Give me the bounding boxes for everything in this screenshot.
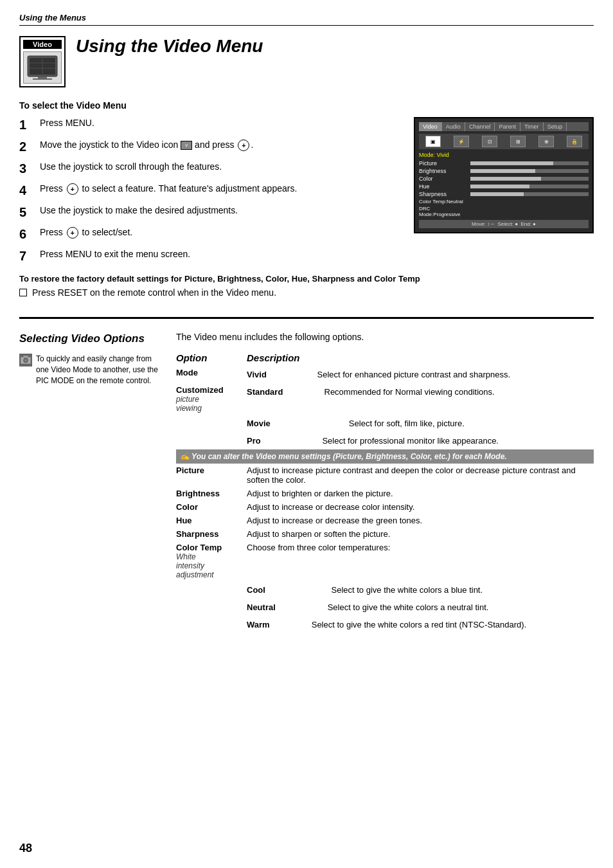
option-sub: intensity bbox=[176, 561, 242, 570]
value-cell: Cool bbox=[247, 583, 332, 597]
menu-label-brightness: Brightness bbox=[419, 168, 470, 174]
option-name: Customized bbox=[176, 385, 224, 395]
desc-cell: ProSelect for professional monitor like … bbox=[247, 432, 594, 449]
option-name: Brightness bbox=[176, 489, 220, 498]
menu-row-colortemp: Color Temp:Neutral bbox=[419, 199, 589, 204]
option-sub: viewing bbox=[176, 404, 242, 413]
option-cell: Brightness bbox=[176, 487, 247, 500]
menu-bar-picture bbox=[470, 161, 589, 165]
menu-bottom-bar: Move: ↕↔ Select: ● End: ● bbox=[419, 220, 589, 228]
step-4: 4 Press + to select a feature. That feat… bbox=[19, 183, 401, 198]
value-cell: Movie bbox=[247, 417, 349, 430]
table-row: CustomizedpictureviewingStandardRecommen… bbox=[176, 383, 594, 415]
desc-text: Select to give the white colors a red ti… bbox=[312, 618, 589, 631]
menu-icon-5: ⊕ bbox=[538, 136, 554, 147]
desc-cell: StandardRecommended for Normal viewing c… bbox=[247, 383, 594, 401]
step-6: 6 Press + to select/set. bbox=[19, 226, 401, 242]
table-row: ModeVividSelect for enhanced picture con… bbox=[176, 366, 594, 383]
value-cell: Warm bbox=[247, 618, 312, 631]
step-6-text: Press + to select/set. bbox=[40, 226, 132, 239]
desc-cell: Adjust to sharpen or soften the picture. bbox=[247, 527, 594, 541]
desc-text: Select to give the white colors a neutra… bbox=[328, 601, 589, 614]
options-table: Option Description ModeVividSelect for e… bbox=[176, 350, 594, 633]
options-section: The Video menu includes the following op… bbox=[176, 332, 594, 633]
menu-label-drc: DRC Mode:Progressive bbox=[419, 206, 470, 217]
desc-cell: CoolSelect to give the white colors a bl… bbox=[247, 581, 594, 599]
menu-icon-4: ⊞ bbox=[510, 136, 526, 147]
sidebar: Selecting Video Options To quickly and e… bbox=[19, 332, 161, 633]
table-row: HueAdjust to increase or decrease the gr… bbox=[176, 514, 594, 527]
restore-section: To restore the factory default settings … bbox=[19, 274, 594, 298]
note-icon bbox=[19, 354, 32, 366]
option-cell bbox=[176, 581, 247, 599]
menu-row-hue: Hue bbox=[419, 183, 589, 190]
table-row: PictureAdjust to increase picture contra… bbox=[176, 464, 594, 487]
tab-parent: Parent bbox=[495, 122, 520, 131]
svg-rect-3 bbox=[33, 78, 52, 80]
sidebar-title: Selecting Video Options bbox=[19, 332, 161, 346]
tab-video: Video bbox=[419, 122, 442, 131]
svg-point-9 bbox=[24, 359, 27, 362]
table-row: MovieSelect for soft, film like, picture… bbox=[176, 415, 594, 432]
menu-label-picture: Picture bbox=[419, 160, 470, 167]
table-row: NeutralSelect to give the white colors a… bbox=[176, 599, 594, 616]
option-cell: Color TempWhiteintensityadjustment bbox=[176, 541, 247, 581]
table-row: SharpnessAdjust to sharpen or soften the… bbox=[176, 527, 594, 541]
menu-label-hue: Hue bbox=[419, 183, 470, 190]
value-cell: Neutral bbox=[247, 601, 328, 614]
option-name: Hue bbox=[176, 516, 192, 525]
menu-bar-color bbox=[470, 177, 589, 181]
desc-text: Select to give the white colors a blue t… bbox=[332, 583, 589, 597]
step-2-text: Move the joystick to the Video icon v an… bbox=[40, 139, 253, 152]
menu-icon-video: ▣ bbox=[425, 136, 441, 147]
desc-cell: WarmSelect to give the white colors a re… bbox=[247, 616, 594, 633]
menu-row-brightness: Brightness bbox=[419, 168, 589, 174]
step-7: 7 Press MENU to exit the menu screen. bbox=[19, 248, 594, 264]
restore-text: Press RESET on the remote control when i… bbox=[32, 287, 276, 298]
menu-icon-3: ⊡ bbox=[482, 136, 497, 147]
tab-channel: Channel bbox=[465, 122, 495, 131]
page-number: 48 bbox=[19, 842, 32, 855]
table-row: CoolSelect to give the white colors a bl… bbox=[176, 581, 594, 599]
restore-title: To restore the factory default settings … bbox=[19, 274, 594, 284]
step-1-number: 1 bbox=[19, 117, 35, 132]
value-cell: Standard bbox=[247, 385, 324, 399]
desc-text: Select for professional monitor like app… bbox=[322, 434, 589, 448]
menu-label-color: Color bbox=[419, 176, 470, 182]
step-4-text: Press + to select a feature. That featur… bbox=[40, 183, 297, 195]
desc-cell: MovieSelect for soft, film like, picture… bbox=[247, 415, 594, 432]
menu-screenshot: Video Audio Channel Parent Timer Setup ▣… bbox=[414, 117, 594, 233]
option-cell: Sharpness bbox=[176, 527, 247, 541]
steps-col: To select the Video Menu Video Audio Cha… bbox=[19, 100, 594, 298]
menu-label-colortemp: Color Temp:Neutral bbox=[419, 199, 470, 204]
sidebar-note-text: To quickly and easily change from one Vi… bbox=[36, 354, 161, 386]
section-divider bbox=[19, 317, 594, 319]
step-6-number: 6 bbox=[19, 226, 35, 242]
select-menu-title: To select the Video Menu bbox=[19, 100, 594, 111]
table-row: Color TempWhiteintensityadjustmentChoose… bbox=[176, 541, 594, 581]
step-3-number: 3 bbox=[19, 161, 35, 176]
option-cell: Customizedpictureviewing bbox=[176, 383, 247, 415]
sidebar-note: To quickly and easily change from one Vi… bbox=[19, 354, 161, 386]
menu-row-drc: DRC Mode:Progressive bbox=[419, 206, 589, 217]
video-icon-label: Video bbox=[23, 40, 62, 49]
desc-text: Select for enhanced picture contrast and… bbox=[317, 368, 589, 381]
table-row: WarmSelect to give the white colors a re… bbox=[176, 616, 594, 633]
video-icon-box: Video bbox=[19, 36, 66, 87]
breadcrumb: Using the Menus bbox=[19, 13, 594, 26]
step-2: 2 Move the joystick to the Video icon v … bbox=[19, 139, 401, 154]
option-cell bbox=[176, 616, 247, 633]
tab-setup: Setup bbox=[544, 122, 567, 131]
step-5-text: Use the joystick to make the desired adj… bbox=[40, 204, 238, 217]
step-1-text: Press MENU. bbox=[40, 117, 94, 130]
menu-row-color: Color bbox=[419, 176, 589, 182]
restore-item: Press RESET on the remote control when i… bbox=[19, 287, 594, 298]
tab-timer: Timer bbox=[520, 122, 544, 131]
option-name: Color Temp bbox=[176, 543, 222, 552]
circle-plus-icon-2: + bbox=[67, 227, 78, 239]
option-name: Sharpness bbox=[176, 529, 218, 539]
step-7-number: 7 bbox=[19, 248, 35, 264]
option-sub: White bbox=[176, 552, 242, 561]
desc-cell: VividSelect for enhanced picture contras… bbox=[247, 366, 594, 383]
menu-tabs-row: Video Audio Channel Parent Timer Setup bbox=[419, 122, 589, 131]
